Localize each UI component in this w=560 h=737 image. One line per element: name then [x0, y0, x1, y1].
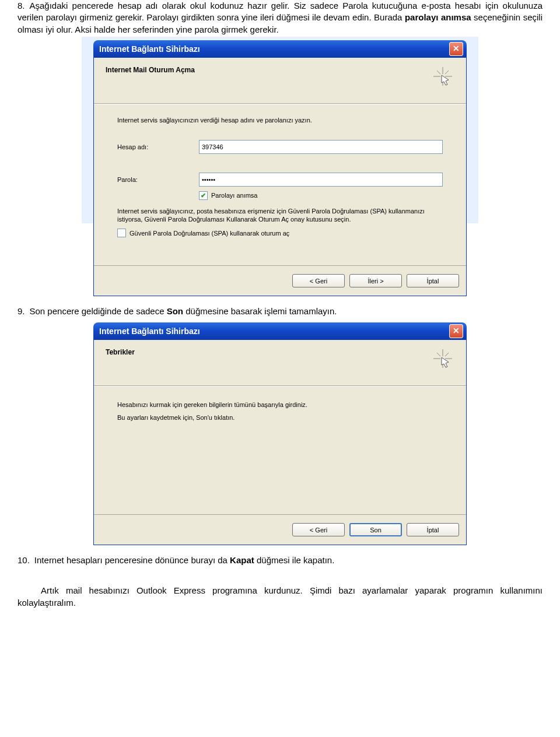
titlebar: Internet Bağlantı Sihirbazı ✕ [93, 40, 467, 58]
password-label: Parola: [117, 176, 199, 183]
close-icon[interactable]: ✕ [449, 324, 463, 338]
back-button[interactable]: < Geri [292, 274, 345, 287]
spa-checkbox[interactable] [117, 229, 126, 237]
next-button[interactable]: İleri > [349, 274, 402, 287]
spa-checkbox-label: Güvenli Parola Doğrulaması (SPA) kullana… [130, 230, 289, 237]
para-9-text-a: Son pencere geldiğinde de sadece [30, 306, 167, 316]
list-number-9: 9. [18, 306, 25, 317]
para-9-text-b: düğmesine basarak işlemi tamamlayın. [183, 306, 337, 316]
para-10-text-a: Internet hesapları penceresine dönünce b… [34, 555, 230, 565]
para-9-bold: Son [167, 306, 183, 316]
account-label: Hesap adı: [117, 143, 199, 150]
para-10-text-b: düğmesi ile kapatın. [254, 555, 335, 565]
titlebar: Internet Bağlantı Sihirbazı ✕ [93, 322, 467, 340]
finish-line-2: Bu ayarları kaydetmek için, Son'u tıklat… [117, 413, 443, 422]
wizard-cursor-icon [430, 346, 456, 371]
wizard-dialog-finish: Internet Bağlantı Sihirbazı ✕ Tebrikler … [93, 322, 467, 546]
password-input[interactable] [199, 173, 443, 187]
remember-password-label: Parolayı anımsa [211, 192, 257, 199]
cancel-button[interactable]: İptal [407, 274, 459, 287]
cancel-button[interactable]: İptal [407, 523, 459, 536]
close-icon[interactable]: ✕ [449, 42, 463, 56]
titlebar-text: Internet Bağlantı Sihirbazı [99, 327, 449, 336]
back-button[interactable]: < Geri [292, 523, 345, 536]
svg-line-11 [445, 353, 449, 356]
intro-text: Internet servis sağlayıcınızın verdiği h… [117, 116, 443, 125]
finish-line-1: Hesabınızı kurmak için gereken bilgileri… [117, 401, 443, 409]
svg-line-5 [445, 71, 449, 74]
svg-line-4 [437, 71, 440, 74]
spa-info-text: Internet servis sağlayıcınız, posta hesa… [117, 207, 443, 224]
finish-button[interactable]: Son [349, 523, 402, 536]
account-input[interactable] [199, 140, 443, 154]
list-number-10: 10. [18, 554, 30, 566]
dialog-header: Internet Mail Oturum Açma [106, 66, 454, 74]
final-paragraph: Artık mail hesabınızı Outlook Express pr… [18, 585, 542, 607]
para-8-bold: parolayı anımsa [405, 12, 471, 22]
wizard-dialog-login: Internet Bağlantı Sihirbazı ✕ Internet M… [93, 40, 467, 297]
remember-password-checkbox[interactable]: ✔ [199, 191, 208, 200]
list-number-8: 8. [18, 0, 25, 12]
para-10-bold: Kapat [230, 555, 254, 565]
svg-line-10 [437, 353, 440, 356]
titlebar-text: Internet Bağlantı Sihirbazı [99, 44, 449, 54]
wizard-cursor-icon [430, 64, 456, 89]
dialog-header: Tebrikler [106, 348, 454, 356]
